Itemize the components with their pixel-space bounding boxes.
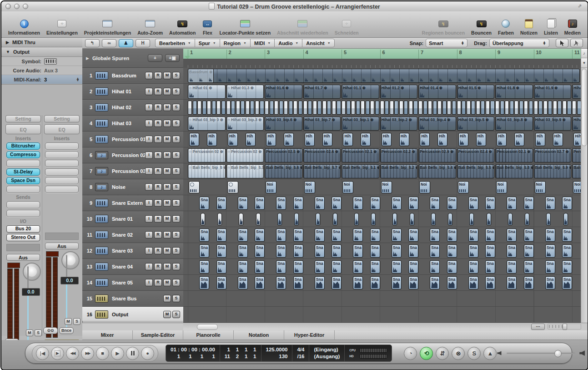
record-enable-button[interactable]: R: [154, 215, 162, 223]
region-cell[interactable]: [548, 101, 552, 115]
region-hih[interactable]: Hih: [322, 133, 332, 146]
insert-slot-empty[interactable]: [45, 160, 79, 167]
region-cell[interactable]: [270, 101, 274, 115]
insert-slot-empty[interactable]: [6, 160, 40, 167]
region-sna[interactable]: Sna: [408, 228, 418, 242]
region-hihat-03-bip-7[interactable]: Hihat 03_bip.7 ⊕: [303, 117, 341, 131]
region-cell[interactable]: [380, 101, 384, 115]
solo-button[interactable]: S: [172, 152, 180, 159]
region-sna[interactable]: Sna: [562, 228, 572, 242]
solo-button[interactable]: S: [172, 167, 180, 175]
region-sna[interactable]: Sna: [293, 197, 303, 210]
region-bali-bells-bip-5-3[interactable]: ○ Bali Bells_bip_5.3 ⊕: [226, 164, 264, 178]
region-percussion-02-6[interactable]: Percussion 02.6 ⊕: [303, 148, 341, 162]
region-sna[interactable]: Sna: [293, 260, 303, 274]
menu-spur[interactable]: Spur▼: [195, 39, 220, 47]
volume-slider[interactable]: [507, 353, 575, 354]
region-sna[interactable]: Sna: [430, 197, 440, 210]
mute-button[interactable]: M: [163, 247, 171, 254]
region-bali-bells-bip-5-7[interactable]: Bali Bells_bip_5.7 ⊕: [303, 164, 341, 178]
solo-button[interactable]: S: [73, 318, 80, 325]
mute-button[interactable]: M: [163, 231, 171, 238]
group-slot[interactable]: [45, 233, 79, 240]
region-hihat-03-bip-1[interactable]: Hihat 03_bip.1 ⊕: [342, 117, 379, 131]
horizontal-scrollbar[interactable]: [183, 324, 531, 330]
io-slot-stereo-out[interactable]: Stereo Out: [6, 234, 40, 241]
region-sna[interactable]: Sna: [216, 228, 226, 242]
region-bali-bells-bip-5-8[interactable]: Bali Bells_bip_5.8 ⊕: [495, 164, 533, 178]
region-cell[interactable]: [394, 101, 398, 115]
rewind-button[interactable]: ◀◀: [66, 347, 79, 360]
record-enable-button[interactable]: R: [154, 167, 162, 175]
region-sna[interactable]: Sna: [238, 260, 248, 274]
region-narrow[interactable]: [487, 213, 491, 225]
region-bali-bells-bip-5[interactable]: ○ Bali Bells_bip_5 ⊕: [188, 164, 226, 178]
tab-pianorolle[interactable]: Pianorolle: [183, 330, 234, 340]
track-row-snare-01[interactable]: 10Snare 01IRMS: [82, 211, 183, 227]
track-row-percussion-01[interactable]: 5Percussion 01IRMS: [82, 132, 183, 147]
insert-slot-empty[interactable]: [45, 151, 79, 158]
region-cell[interactable]: [423, 101, 427, 115]
region-sna[interactable]: Sna: [562, 276, 572, 289]
region-sna[interactable]: Sna: [332, 276, 342, 289]
region-cell[interactable]: [385, 101, 389, 115]
forward-button[interactable]: ▶▶: [81, 347, 94, 360]
region-sna[interactable]: Sna: [315, 276, 325, 289]
region-sna[interactable]: Sna: [255, 244, 265, 258]
region-cell[interactable]: [212, 101, 216, 115]
lcd-locators[interactable]: 1 1 1 111 2 1 1: [220, 345, 261, 361]
region-cell[interactable]: [500, 101, 504, 115]
mute-button[interactable]: M: [163, 167, 171, 175]
region-narrow[interactable]: [239, 213, 243, 225]
region-hih[interactable]: Hih: [553, 133, 563, 146]
region-bali-bells-bip-5-6[interactable]: Bali Bells_bip_5.6 ⊕: [265, 164, 302, 178]
region-hihat-03-bip-6[interactable]: Hihat 03_bip.6 ⊕: [265, 117, 302, 131]
region-cell[interactable]: [241, 101, 245, 115]
region-sna[interactable]: Sna: [545, 276, 555, 289]
region-cell[interactable]: [514, 101, 518, 115]
input-monitor-button[interactable]: I: [145, 104, 153, 111]
vertical-scroll-thumb[interactable]: [582, 69, 587, 146]
track-row-hihat-02[interactable]: 3Hihat 02IRMS: [82, 100, 183, 116]
region-cell[interactable]: [332, 101, 336, 115]
region-sna[interactable]: Sna: [392, 244, 402, 258]
mute-button[interactable]: M: [163, 88, 171, 95]
region-hih[interactable]: Hih: [189, 133, 199, 146]
region-hihat-03-bip-4[interactable]: Hihat 03_bip.4 ⊕: [418, 117, 456, 131]
region-sna[interactable]: Sna: [447, 244, 457, 258]
region-cell[interactable]: [308, 101, 312, 115]
region-cell[interactable]: [428, 101, 432, 115]
region-sna[interactable]: Sna: [315, 260, 325, 274]
region-sna[interactable]: Sna: [545, 228, 555, 242]
hierarchy-up-button[interactable]: ↰: [85, 39, 100, 47]
toolbar-button-medien[interactable]: ♪Medien: [564, 19, 581, 35]
region-hihat-03-bip-2[interactable]: Hihat 03_bip.2 ⊕: [380, 117, 418, 131]
region-sna[interactable]: Sna: [276, 228, 286, 242]
region-cell[interactable]: [409, 101, 413, 115]
solo-button[interactable]: S: [172, 295, 180, 302]
insert-slot-compresso[interactable]: Compresso: [6, 151, 40, 158]
region-hih[interactable]: Hih: [228, 133, 238, 146]
region-noi[interactable]: Noi: [458, 181, 469, 193]
region-cell[interactable]: [452, 101, 456, 115]
region-cell[interactable]: [356, 101, 360, 115]
region-sna[interactable]: Sna: [562, 197, 572, 210]
region-sna[interactable]: Sna: [392, 228, 402, 242]
region-noi[interactable]: [189, 181, 200, 193]
insert-slot-bitcrusher[interactable]: Bitcrusher: [6, 142, 40, 150]
toolbar-button-farben[interactable]: Farben: [498, 19, 514, 35]
region-sna[interactable]: Sna: [332, 260, 342, 274]
io-slot-bus-20[interactable]: Bus 20: [6, 225, 40, 233]
region-cell[interactable]: [274, 101, 278, 115]
horizontal-scroll-thumb[interactable]: [197, 324, 218, 330]
region-cell[interactable]: [442, 101, 447, 115]
send-slot-empty[interactable]: [6, 210, 40, 217]
input-monitor-button[interactable]: I: [145, 88, 153, 95]
mute-button[interactable]: M: [26, 329, 33, 336]
region-hihat-01-7[interactable]: Hihat 01.7 ⊕: [303, 85, 341, 99]
region-sna[interactable]: Sna: [392, 197, 402, 210]
record-enable-button[interactable]: R: [154, 263, 162, 270]
tab-mixer[interactable]: Mixer: [82, 330, 133, 340]
region-sna[interactable]: Sna: [408, 244, 418, 258]
transport-lcd[interactable]: 01 : 00 : 00 : 00.001 1 1 1 1 1 1 111 2 …: [166, 345, 392, 362]
